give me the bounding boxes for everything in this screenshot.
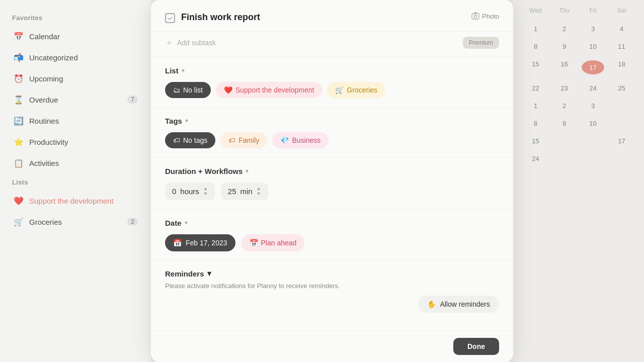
sidebar-item-support[interactable]: ❤️ Support the development: [8, 191, 143, 210]
sidebar-item-label: Activities: [29, 159, 59, 167]
calendar-panel: Wed Thu Fri Sat 1 2 3 4 8 9 10 11 15 16 …: [513, 0, 644, 362]
hours-up-arrow[interactable]: ▲: [203, 187, 208, 191]
cal-cell[interactable]: 25: [608, 80, 635, 96]
date-chip[interactable]: 📅 Feb 17, 2023: [165, 234, 235, 251]
family-label: Family: [238, 136, 259, 144]
groceries-label: Groceries: [347, 86, 377, 94]
no-list-chip[interactable]: 🗂 No list: [165, 82, 211, 98]
sidebar-item-label: Upcoming: [29, 74, 63, 83]
minutes-arrows[interactable]: ▲ ▼: [257, 187, 261, 196]
minutes-value: 25: [228, 187, 236, 196]
cal-cell[interactable]: 2: [551, 21, 578, 37]
task-checkbox[interactable]: [165, 13, 175, 23]
calendar-week-4: 22 23 24 25: [521, 79, 636, 97]
no-tags-icon: 🏷: [173, 136, 180, 144]
photo-label: Photo: [482, 13, 499, 20]
no-tags-chip[interactable]: 🏷 No tags: [165, 132, 215, 148]
cal-cell[interactable]: 24: [580, 80, 606, 96]
cal-cell[interactable]: 8: [522, 39, 549, 54]
cal-cell[interactable]: 10: [580, 116, 606, 131]
groceries-list-chip[interactable]: 🛒 Groceries: [327, 82, 385, 98]
cal-cell[interactable]: 1: [522, 98, 549, 114]
subtask-area: ＋ Add subtask Premium: [151, 32, 513, 57]
cal-cell[interactable]: 15: [522, 56, 549, 78]
cal-cell[interactable]: 22: [522, 80, 549, 96]
sidebar-item-overdue[interactable]: ⌛ Overdue 7: [8, 90, 143, 109]
sidebar-item-calendar[interactable]: 📅 Calendar: [8, 27, 143, 46]
cal-cell[interactable]: 18: [608, 56, 635, 78]
svg-point-1: [474, 15, 477, 18]
list-chevron-icon[interactable]: ▾: [182, 67, 185, 74]
cal-cell[interactable]: 23: [551, 80, 578, 96]
overdue-badge: 7: [127, 96, 138, 104]
cal-cell[interactable]: 10: [580, 39, 606, 54]
shopping-icon: 🛒: [13, 216, 24, 227]
cal-cell[interactable]: 15: [522, 133, 549, 149]
no-list-icon: 🗂: [173, 86, 180, 94]
heart-icon: ❤️: [13, 195, 24, 206]
tags-section: Tags ▾ 🏷 No tags 🏷 Family 💎 Business: [151, 108, 513, 158]
sidebar-item-groceries[interactable]: 🛒 Groceries 2: [8, 212, 143, 231]
business-tag-chip[interactable]: 💎 Business: [272, 132, 329, 148]
add-subtask-button[interactable]: ＋ Add subtask: [165, 38, 216, 48]
cal-day-wed: Wed: [521, 5, 550, 16]
sidebar-item-label: Support the development: [29, 197, 114, 205]
reminders-chevron-icon[interactable]: ▾: [207, 269, 211, 278]
cal-cell-empty: [608, 98, 635, 114]
tags-label: Tags: [165, 117, 182, 125]
plan-icon: 📅: [250, 239, 258, 247]
today-cell[interactable]: 17: [582, 60, 604, 74]
cal-cell[interactable]: 16: [551, 56, 578, 78]
sidebar-item-uncategorized[interactable]: 📬 Uncategorized: [8, 48, 143, 67]
sidebar-item-upcoming[interactable]: ⏰ Upcoming: [8, 69, 143, 88]
sidebar: Favorites 📅 Calendar 📬 Uncategorized ⏰ U…: [0, 0, 151, 362]
sidebar-item-activities[interactable]: 📋 Activities: [8, 153, 143, 172]
support-list-chip[interactable]: ❤️ Support the development: [216, 82, 322, 98]
minutes-up-arrow[interactable]: ▲: [257, 187, 261, 191]
support-icon: ❤️: [224, 86, 232, 94]
hours-arrows[interactable]: ▲ ▼: [203, 187, 208, 196]
allow-reminders-button[interactable]: ✋ Allow reminders: [418, 296, 499, 313]
minutes-spinner[interactable]: 25 min ▲ ▼: [221, 183, 268, 200]
cal-cell[interactable]: 17: [608, 133, 635, 149]
duration-section-header: Duration + Workflows ▾: [165, 167, 499, 175]
tag-options: 🏷 No tags 🏷 Family 💎 Business: [165, 132, 499, 148]
hours-spinner[interactable]: 0 hours ▲ ▼: [165, 183, 215, 200]
cal-cell[interactable]: 4: [608, 21, 635, 37]
cal-cell[interactable]: 3: [580, 21, 606, 37]
cal-cell-empty: [551, 133, 578, 149]
calendar-week-3: 15 16 17 18: [521, 55, 636, 79]
cal-cell[interactable]: 1: [522, 21, 549, 37]
cal-cell-empty: [608, 151, 635, 166]
duration-chevron-icon[interactable]: ▾: [246, 168, 249, 174]
done-button[interactable]: Done: [453, 338, 499, 355]
date-chevron-icon[interactable]: ▾: [185, 220, 188, 226]
plan-ahead-chip[interactable]: 📅 Plan ahead: [242, 234, 305, 251]
reminders-header: Reminders ▾: [165, 269, 499, 278]
cal-cell[interactable]: 11: [608, 39, 635, 54]
done-bar: Done: [151, 330, 513, 362]
cal-cell[interactable]: 24: [522, 151, 549, 166]
minutes-down-arrow[interactable]: ▼: [257, 192, 261, 196]
calendar-week-5: 1 2 3: [521, 97, 636, 115]
photo-button[interactable]: Photo: [471, 12, 499, 20]
inbox-icon: 📬: [13, 52, 24, 63]
cal-cell-today[interactable]: 17: [580, 56, 606, 78]
plus-icon: ＋: [165, 38, 173, 48]
cal-cell[interactable]: 3: [580, 98, 606, 114]
cal-cell[interactable]: 9: [551, 39, 578, 54]
svg-rect-0: [472, 14, 479, 19]
sidebar-item-routines[interactable]: 🔄 Routines: [8, 111, 143, 130]
cal-cell[interactable]: 2: [551, 98, 578, 114]
calendar-week-7: 15 17: [521, 132, 636, 150]
family-tag-chip[interactable]: 🏷 Family: [220, 132, 267, 148]
tags-chevron-icon[interactable]: ▾: [185, 118, 188, 124]
cal-cell[interactable]: 8: [522, 116, 549, 131]
date-row: 📅 Feb 17, 2023 📅 Plan ahead: [165, 234, 499, 251]
calendar-icon: 📅: [13, 31, 24, 42]
sidebar-item-productivity[interactable]: ⭐ Productivity: [8, 132, 143, 151]
premium-button[interactable]: Premium: [463, 37, 499, 49]
hours-down-arrow[interactable]: ▼: [203, 192, 208, 196]
calendar-week-6: 8 9 10: [521, 115, 636, 132]
cal-cell[interactable]: 9: [551, 116, 578, 131]
